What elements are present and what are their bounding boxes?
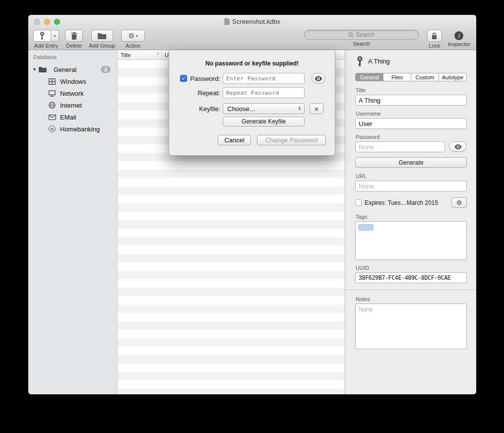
- toolbar: ▾ Add Entry Delete Add Group ⚙ ▾ Action: [28, 28, 476, 50]
- generate-password-button[interactable]: Generate: [355, 157, 467, 168]
- dropdown-arrow-icon: ▾: [136, 34, 138, 38]
- password-checkbox[interactable]: ✓: [180, 75, 187, 82]
- column-title-label: Title: [121, 52, 130, 58]
- username-field[interactable]: [355, 118, 467, 129]
- network-icon: [48, 89, 56, 97]
- column-username-label: U: [165, 52, 169, 58]
- zoom-button[interactable]: [54, 19, 60, 25]
- inspector-button[interactable]: i: [454, 31, 463, 40]
- sidebar-item-internet[interactable]: Internet: [28, 99, 117, 111]
- key-icon: [39, 32, 45, 40]
- keyfile-popup[interactable]: Choose… ▲▼: [223, 103, 305, 114]
- reveal-password-button[interactable]: [312, 73, 325, 84]
- change-password-button[interactable]: Change Password: [257, 135, 326, 145]
- delete-group: Delete: [65, 30, 83, 49]
- expires-row: Expires: Tues…March 2015 ⚙: [355, 197, 467, 208]
- expires-settings-button[interactable]: ⚙: [451, 197, 467, 208]
- delete-label: Delete: [66, 43, 82, 49]
- disclosure-triangle-icon[interactable]: ▼: [32, 67, 39, 72]
- lock-icon: [432, 32, 437, 39]
- checkmark-icon: ✓: [182, 76, 186, 81]
- inspector-tabs: General Files Custom Autotype: [355, 73, 467, 81]
- column-header-title[interactable]: Title ^: [118, 50, 161, 60]
- dropdown-arrow-icon: ▾: [54, 34, 56, 38]
- search-placeholder: Search: [356, 31, 375, 38]
- url-field-label: URL: [356, 173, 467, 179]
- lock-button[interactable]: [427, 30, 442, 42]
- add-entry-dropdown[interactable]: ▾: [51, 30, 59, 42]
- generate-keyfile-button[interactable]: Generate Keyfile: [223, 117, 305, 126]
- add-entry-button[interactable]: [33, 30, 51, 42]
- sidebar-item-label: General: [54, 66, 76, 73]
- enter-password-input[interactable]: [223, 73, 305, 84]
- sidebar-item-label: EMail: [60, 114, 76, 121]
- percent-coin-icon: %: [48, 125, 56, 133]
- entry-header: A Thing: [355, 56, 467, 66]
- password-field-label: Password: [356, 134, 467, 140]
- minimize-button[interactable]: [44, 19, 50, 25]
- trash-icon: [71, 32, 77, 40]
- expires-checkbox[interactable]: [355, 199, 362, 206]
- dialog-message: No password or keyfile supplied!: [169, 60, 335, 67]
- lock-group: Lock: [427, 30, 442, 49]
- url-field[interactable]: [355, 181, 467, 191]
- globe-icon: [48, 101, 56, 109]
- key-icon: [356, 56, 364, 66]
- password-field[interactable]: [355, 141, 445, 152]
- search-input[interactable]: Search: [304, 30, 419, 40]
- title-field-label: Title: [356, 87, 467, 93]
- notes-field[interactable]: [355, 304, 467, 349]
- change-password-dialog: No password or keyfile supplied! ✓ Passw…: [169, 50, 335, 156]
- folder-icon: [98, 33, 106, 39]
- sidebar-item-homebanking[interactable]: % Homebanking: [28, 123, 117, 135]
- close-button[interactable]: [34, 19, 40, 25]
- password-label: Password:: [189, 75, 220, 82]
- add-group-button[interactable]: [91, 30, 113, 42]
- lock-label: Lock: [429, 43, 440, 49]
- action-group: ⚙ ▾ Action: [121, 30, 145, 49]
- sidebar-item-label: Windows: [60, 78, 86, 85]
- sidebar-item-windows[interactable]: Windows: [28, 75, 117, 87]
- reveal-password-button[interactable]: [449, 141, 467, 152]
- percent-glyph: %: [50, 127, 54, 131]
- keyfile-label: Keyfile:: [189, 105, 220, 113]
- sidebar-item-general[interactable]: ▼ General 2: [28, 63, 117, 75]
- inspector-group: i Inspector: [448, 30, 470, 47]
- inspector-label: Inspector: [448, 41, 470, 47]
- delete-button[interactable]: [65, 30, 83, 42]
- sort-ascending-icon: ^: [157, 52, 159, 58]
- sidebar-item-network[interactable]: Network: [28, 87, 117, 99]
- windows-icon: [48, 77, 56, 85]
- title-field[interactable]: [355, 95, 467, 106]
- sidebar-item-email[interactable]: EMail: [28, 111, 117, 123]
- popup-stepper-icon: ▲▼: [298, 106, 302, 111]
- tab-custom[interactable]: Custom: [411, 73, 439, 81]
- tab-autotype[interactable]: Autotype: [439, 73, 466, 81]
- uuid-label: UUID: [356, 265, 467, 271]
- tab-general[interactable]: General: [356, 73, 383, 81]
- keyfile-value: Choose…: [227, 105, 298, 113]
- uuid-field[interactable]: [355, 272, 467, 283]
- add-entry-group: ▾ Add Entry: [33, 30, 59, 49]
- add-entry-label: Add Entry: [34, 43, 58, 49]
- action-label: Action: [126, 43, 141, 49]
- tags-field[interactable]: [355, 221, 467, 260]
- cancel-button[interactable]: Cancel: [218, 135, 251, 145]
- action-button[interactable]: ⚙ ▾: [121, 30, 145, 42]
- tab-files[interactable]: Files: [383, 73, 411, 81]
- sidebar-item-label: Homebanking: [60, 125, 100, 133]
- column-header-username[interactable]: U: [162, 52, 169, 58]
- clear-keyfile-button[interactable]: ×: [310, 103, 323, 114]
- gear-icon: ⚙: [128, 32, 134, 40]
- search-icon: [348, 32, 354, 38]
- window-title-group: Screenshot.kdbx: [224, 18, 280, 25]
- repeat-label: Repeat:: [189, 89, 220, 97]
- inspector-panel: A Thing General Files Custom Autotype Ti…: [345, 50, 476, 394]
- window-controls: [34, 19, 60, 25]
- search-group: Search Search: [304, 30, 419, 47]
- repeat-password-input[interactable]: [223, 87, 305, 98]
- username-field-label: Username: [356, 111, 467, 117]
- tag-chip[interactable]: [358, 224, 374, 231]
- sidebar-header: Database: [28, 54, 117, 63]
- search-label: Search: [353, 41, 370, 47]
